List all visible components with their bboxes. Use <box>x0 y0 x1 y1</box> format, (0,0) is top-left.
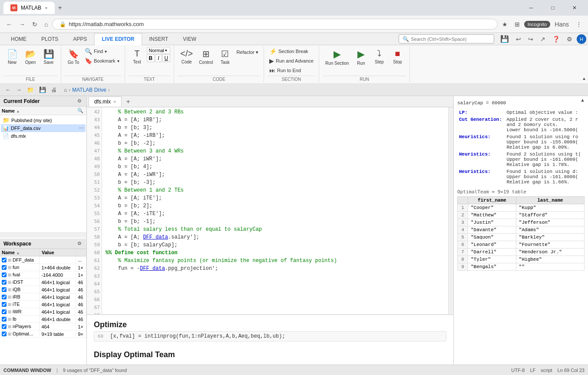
ribbon-collapse-button[interactable]: ▲ <box>582 76 586 81</box>
folder-search-button[interactable]: 🔍 <box>76 107 85 114</box>
tab-insert[interactable]: INSERT <box>142 33 176 45</box>
ribbon-search-input[interactable] <box>411 37 490 42</box>
open-button[interactable]: 📂 Open <box>22 47 39 66</box>
toolbar-back-button[interactable]: ← <box>3 86 13 94</box>
italic-button[interactable]: I <box>155 54 161 62</box>
ws-value-cell: -164.4000 <box>40 271 76 279</box>
tab-view[interactable]: VIEW <box>175 33 204 45</box>
maximize-button[interactable]: □ <box>543 1 563 15</box>
tab-home[interactable]: HOME <box>3 33 34 45</box>
tab-plots[interactable]: PLOTS <box>34 33 66 45</box>
undo-button[interactable]: ↩ <box>513 34 524 44</box>
save-to-matlab-button[interactable]: 💾 <box>498 33 512 45</box>
workspace-row[interactable]: ⊞ fun 1×464 double 1× <box>0 264 86 271</box>
list-item[interactable]: 📊 DFF_data.csv ⋯ <box>1 124 86 132</box>
redo-button[interactable]: ↪ <box>525 34 536 44</box>
new-button[interactable]: 📄 New <box>3 47 21 66</box>
home-button[interactable]: ⌂ <box>42 19 50 30</box>
settings-button[interactable]: ⚙ <box>564 34 575 44</box>
right-panel-collapse[interactable]: ▲ <box>579 97 586 103</box>
editor-scrollbar[interactable] <box>448 107 453 314</box>
run-section-button[interactable]: ▶ Run Section <box>323 47 351 67</box>
list-item[interactable]: 📄 dfs.mlx <box>1 132 86 140</box>
list-item[interactable]: 📁 Published (my site) <box>1 116 86 124</box>
share-button[interactable]: ↗ <box>538 34 548 44</box>
help-button[interactable]: ❓ <box>550 34 562 44</box>
refresh-button[interactable]: ↻ <box>30 19 40 30</box>
run-button[interactable]: ▶ Run <box>352 47 370 67</box>
new-editor-tab-button[interactable]: + <box>122 98 133 106</box>
current-folder-options[interactable]: ⚙ <box>76 98 83 104</box>
menu-button[interactable]: ⋮ <box>573 19 585 30</box>
workspace-row[interactable]: ⊞ iTE 464×1 logical 46 <box>0 301 86 308</box>
browser-tab-matlab[interactable]: M MATLAB × <box>3 2 55 14</box>
ws-checkbox[interactable] <box>2 309 7 314</box>
star-button[interactable]: ★ <box>499 19 510 30</box>
tab-live-editor[interactable]: LIVE EDITOR <box>94 33 142 45</box>
workspace-row[interactable]: ⊞ iDST 464×1 logical 46 <box>0 279 86 286</box>
toolbar-save-btn[interactable]: 💾 <box>37 86 48 94</box>
ws-checkbox[interactable] <box>2 332 7 336</box>
ws-size-cell: 46 <box>76 308 86 315</box>
ws-checkbox[interactable] <box>2 272 7 277</box>
code-button[interactable]: </> Code <box>178 47 195 66</box>
section-break-button[interactable]: ⚡ Section Break <box>268 47 315 56</box>
tab-apps[interactable]: APPS <box>66 33 94 45</box>
workspace-scroll[interactable]: Name ▲ Value ⊞ DFF_data .. <box>0 249 86 365</box>
right-panel-scroll[interactable]: salaryCap = 60000 LP: Optimal objective … <box>454 96 588 365</box>
workspace-row[interactable]: ⊞ iRB 464×1 logical 46 <box>0 293 86 301</box>
address-bar[interactable]: 🔒 https://matlab.mathworks.com <box>52 19 497 30</box>
bold-button[interactable]: B <box>147 54 155 62</box>
ws-checkbox[interactable] <box>2 287 7 292</box>
toolbar-forward-button[interactable]: → <box>14 86 23 94</box>
control-button[interactable]: ⊞ Control <box>196 47 215 66</box>
underline-button[interactable]: U <box>162 54 171 62</box>
find-button[interactable]: 🔍 Find ▾ <box>83 47 121 56</box>
folder-scrollbar-h[interactable] <box>0 232 86 238</box>
workspace-row[interactable]: ⊞ lb 464×1 double 46 <box>0 315 86 323</box>
workspace-row[interactable]: ⊞ iQB 464×1 logical 46 <box>0 286 86 293</box>
toolbar-up-button[interactable]: 📁 <box>25 86 36 94</box>
back-button[interactable]: ← <box>3 19 15 30</box>
run-to-end-button[interactable]: ⏭ Run to End <box>268 66 315 75</box>
task-button[interactable]: ☑ Task <box>216 47 234 66</box>
workspace-row[interactable]: ⊞ iWR 464×1 logical 46 <box>0 308 86 315</box>
minimize-button[interactable]: ─ <box>521 1 541 15</box>
workspace-row[interactable]: ⊞ DFF_data ... <box>0 256 86 264</box>
ribbon-content: 📄 New 📂 Open 💾 Save FILE <box>0 45 588 83</box>
command-window-label[interactable]: COMMAND WINDOW <box>3 368 51 373</box>
extensions-button[interactable]: ⊞ <box>512 19 522 30</box>
save-button[interactable]: 💾 Save <box>40 47 57 66</box>
editor-tab-dfs[interactable]: dfs.mlx × <box>89 96 122 106</box>
workspace-row[interactable]: ⊞ fval -164.4000 1× <box>0 271 86 279</box>
editor-tab-close[interactable]: × <box>113 99 116 104</box>
text-button[interactable]: T Text <box>129 47 146 66</box>
workspace-row[interactable]: ⊞ Optimal... 9×19 table 9× <box>0 330 86 338</box>
code-icon: </> <box>180 49 193 59</box>
workspace-row[interactable]: ⊞ nPlayers 464 1× <box>0 323 86 330</box>
ws-checkbox[interactable] <box>2 302 7 307</box>
profile-button[interactable]: Hans <box>552 19 571 30</box>
toolbar-print-btn[interactable]: 🖨 <box>50 86 59 94</box>
ws-checkbox[interactable] <box>2 280 7 285</box>
forward-button[interactable]: → <box>17 19 28 30</box>
bookmark-button[interactable]: 🔖 Bookmark ▾ <box>83 56 121 65</box>
run-and-advance-button[interactable]: ▶ Run and Advance <box>268 56 315 65</box>
close-button[interactable]: ✕ <box>565 1 585 15</box>
ws-checkbox[interactable] <box>2 317 7 322</box>
refactor-button[interactable]: Refactor ▾ <box>235 49 260 56</box>
browser-tab-close[interactable]: × <box>45 5 47 10</box>
ws-checkbox[interactable] <box>2 324 7 329</box>
file-options-button[interactable]: ⋯ <box>79 126 84 131</box>
goto-button[interactable]: 🔖 Go To <box>65 47 82 66</box>
workspace-options[interactable]: ⚙ <box>76 240 83 247</box>
step-button[interactable]: ⤵ Step <box>370 47 388 66</box>
new-tab-button[interactable]: + <box>55 2 66 13</box>
style-dropdown[interactable]: Normal ▾ <box>147 47 171 54</box>
breadcrumb-matlab-drive[interactable]: MATLAB Drive <box>72 87 106 93</box>
code-editor[interactable]: % Between 2 and 3 RBs A = [A; iRB']; b =… <box>102 107 448 314</box>
ws-checkbox[interactable] <box>2 295 7 299</box>
ws-checkbox[interactable] <box>2 265 7 270</box>
ws-checkbox[interactable] <box>2 258 7 262</box>
stop-button[interactable]: ■ Stop <box>389 47 406 66</box>
